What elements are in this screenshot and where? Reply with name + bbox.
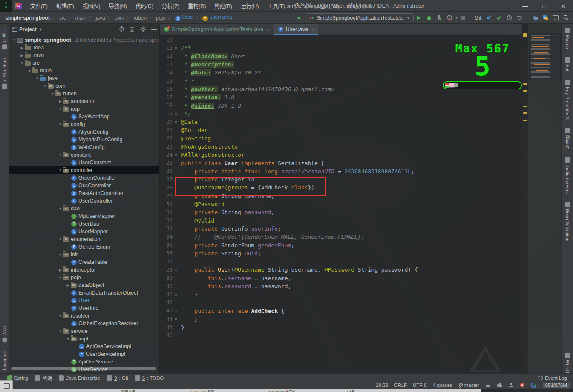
menu-b[interactable]: 构建(B)	[210, 0, 236, 11]
tree-item-init[interactable]: ▼init	[9, 251, 159, 258]
code-line-41[interactable]: 41⊟ }	[160, 290, 522, 298]
expand-arrow-icon[interactable]: ▼	[58, 329, 63, 333]
git-branch-widget[interactable]: master	[458, 383, 479, 388]
code-line-38[interactable]: 38⊟ public User(@Username String usernam…	[160, 266, 522, 274]
tree-item-com[interactable]: ▼com	[9, 82, 159, 90]
tree-item-service[interactable]: ▼service	[9, 327, 159, 335]
menu-z[interactable]: 分析(Z)	[158, 0, 183, 11]
locate-file-icon[interactable]	[119, 26, 124, 32]
expand-arrow-icon[interactable]: ▼	[12, 38, 17, 42]
minimize-button[interactable]: —	[515, 0, 535, 12]
rollback-button[interactable]	[515, 14, 524, 22]
horizontal-scrollbar[interactable]	[11, 367, 156, 370]
caret-position[interactable]: 29:29	[376, 383, 388, 388]
expand-arrow-icon[interactable]: ▼	[50, 92, 55, 96]
menu-n[interactable]: 导航(N)	[105, 0, 130, 11]
tree-item-aliyunconfig[interactable]: cAliyunConfig	[9, 128, 159, 136]
project-view-dropdown-icon[interactable]: ▼	[39, 27, 43, 31]
run-anything-icon[interactable]	[551, 14, 560, 22]
tool-window-java-enterprise-button[interactable]: Java Enterprise	[59, 375, 100, 381]
expand-arrow-icon[interactable]: ▼	[58, 314, 63, 318]
tree-item-annotation[interactable]: ▶annotation	[9, 97, 159, 105]
tree-item-userserviceimpl[interactable]: cUserServiceImpl	[9, 350, 159, 358]
lock-icon[interactable]	[485, 383, 491, 388]
tree-item-globalexceptionresolver[interactable]: cGlobalExceptionResolver	[9, 320, 159, 327]
tree-item-impl[interactable]: ▼impl	[9, 335, 159, 343]
menu-t[interactable]: 工具(T)	[263, 0, 288, 11]
code-line-35[interactable]: 35 private GenderEnum genderEnum;	[160, 241, 522, 249]
expand-arrow-icon[interactable]: ▶	[20, 54, 24, 57]
close-button[interactable]: ✕	[554, 0, 573, 12]
tool-window-9-git-button[interactable]: 9: Git	[107, 375, 128, 381]
tree-item-usermapper[interactable]: cUserMapper	[9, 228, 159, 235]
code-line-32[interactable]: 32 @Valid	[160, 217, 522, 225]
tree-item-apiossservice[interactable]: IApiOssService	[9, 358, 159, 366]
git-commit-button[interactable]	[494, 14, 504, 22]
tree-item-interceptor[interactable]: ▶interceptor	[9, 266, 159, 274]
tree-item-config[interactable]: ▼config	[9, 120, 159, 128]
expand-arrow-icon[interactable]: ▼	[58, 207, 63, 211]
hide-panel-icon[interactable]: —	[151, 26, 157, 32]
code-line-24[interactable]: 24⊟@AllArgsConstructor	[160, 151, 522, 159]
code-line-43[interactable]: 43⌄ public interface AddCheck {	[160, 307, 522, 315]
navigate-back-icon[interactable]: ➣	[297, 14, 302, 22]
google-icon[interactable]	[531, 383, 537, 388]
memory-indicator[interactable]: 651/976M	[543, 383, 570, 388]
tree-item-simple-springboot[interactable]: ▼simple-springbootD:\file\idea\IdeaProje…	[9, 36, 159, 44]
tree-item-restauthcontroller[interactable]: cRestAuthController	[9, 189, 159, 197]
fold-marker-icon[interactable]: ⊟	[173, 268, 179, 272]
code-line-30[interactable]: 30 @Password	[160, 200, 522, 208]
code-line-17[interactable]: 17 * @version: 1.0	[160, 93, 522, 101]
tree-item-genderenum[interactable]: EGenderEnum	[9, 243, 159, 251]
tree-item-userconstant[interactable]: cUserConstant	[9, 159, 159, 166]
expand-arrow-icon[interactable]: ▼	[58, 237, 63, 241]
code-line-39[interactable]: 39 this.username = username;	[160, 274, 522, 282]
tree-item-user[interactable]: cUser	[9, 297, 159, 304]
tree-item--idea[interactable]: ▶.idea	[9, 44, 159, 52]
tool-window-maven-button[interactable]: Maven	[565, 28, 570, 49]
tool-window-spring-button[interactable]: Spring	[7, 375, 28, 381]
git-update-button[interactable]	[484, 14, 493, 22]
editor-tab-user-java[interactable]: cUser.java×	[274, 24, 319, 34]
close-icon[interactable]: ×	[267, 27, 269, 32]
code-line-21[interactable]: 21@Builder	[160, 126, 522, 134]
breadcrumb-item[interactable]: ruben	[133, 15, 147, 21]
tool-window-key-promoter-x-button[interactable]: Key Promoter X	[565, 80, 570, 120]
line-ending-indicator[interactable]: CRLF	[394, 383, 407, 388]
expand-arrow-icon[interactable]: ▼	[66, 337, 70, 341]
expand-arrow-icon[interactable]: ▼	[58, 276, 63, 280]
tree-item-controller[interactable]: ▼controller	[9, 166, 159, 174]
menu-v[interactable]: 视图(V)	[79, 0, 104, 11]
code-line-40[interactable]: 40 this.password = password;	[160, 282, 522, 290]
code-line-25[interactable]: 25public class User implements Serializa…	[160, 159, 522, 167]
fold-marker-icon[interactable]: ⊟	[173, 112, 179, 116]
tree-item-greencontroller[interactable]: cGreenController	[9, 174, 159, 182]
tool-window-web-button[interactable]: Web	[2, 326, 7, 342]
expand-arrow-icon[interactable]: ▼	[58, 107, 63, 111]
expand-arrow-icon[interactable]: ▼	[27, 69, 32, 73]
menu-f[interactable]: 文件(F)	[26, 0, 52, 11]
tree-item-saywordaop[interactable]: cSayWordAop	[9, 113, 159, 120]
menu-r[interactable]: 重构(R)	[184, 0, 210, 11]
code-line-45[interactable]: 45}	[160, 323, 522, 331]
expand-arrow-icon[interactable]: ▼	[58, 123, 63, 126]
tree-item-aop[interactable]: ▼aop	[9, 105, 159, 113]
expand-arrow-icon[interactable]: ▼	[20, 61, 24, 65]
project-panel-title[interactable]: Project	[19, 26, 37, 32]
record-status-icon[interactable]	[520, 383, 525, 388]
menu-e[interactable]: 编辑(E)	[52, 0, 78, 11]
expand-arrow-icon[interactable]: ▼	[43, 84, 47, 88]
indent-indicator[interactable]: 4 spaces	[433, 383, 452, 388]
expand-arrow-icon[interactable]: ▶	[58, 268, 63, 272]
tool-window-ant-button[interactable]: Ant	[565, 57, 570, 72]
code-line-33[interactable]: 33 private UserInfo userInfo;	[160, 225, 522, 233]
cloud-sync-icon[interactable]	[497, 383, 502, 388]
expand-arrow-icon[interactable]: ▼	[58, 169, 63, 172]
editor-tab-simplespringbootapplicationtests-java[interactable]: cSimpleSpringbootApplicationTests.java×	[160, 24, 274, 34]
tool-window-project-button[interactable]: 1: 项目	[1, 28, 8, 49]
tree-item-createtable[interactable]: cCreateTable	[9, 258, 159, 266]
expand-arrow-icon[interactable]: ▼	[35, 77, 40, 80]
menu-u[interactable]: 运行(U)	[237, 0, 262, 11]
run-button[interactable]	[414, 14, 423, 22]
tree-item-ruben[interactable]: ▼ruben	[9, 90, 159, 97]
